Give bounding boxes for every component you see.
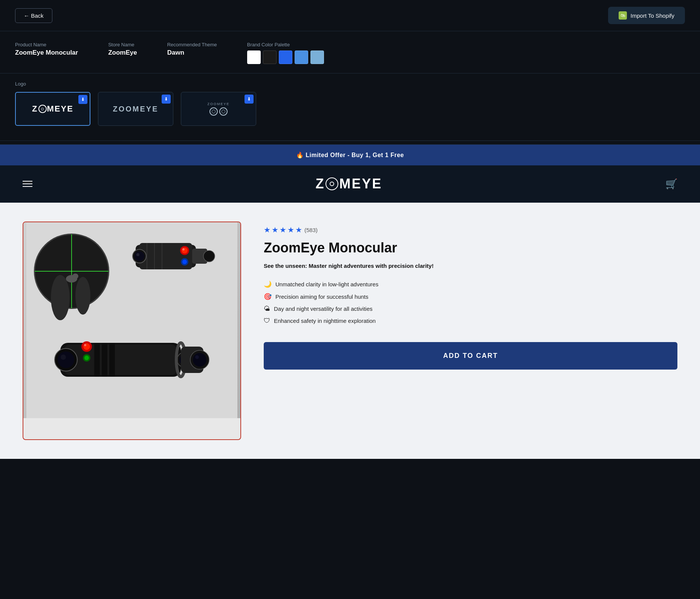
section-divider <box>0 137 700 145</box>
color-swatch-blue-light <box>310 50 324 64</box>
download-badge-2[interactable]: ⬇ <box>162 95 171 104</box>
download-badge-3[interactable]: ⬇ <box>245 95 254 104</box>
svg-point-6 <box>75 277 90 315</box>
svg-rect-25 <box>64 345 177 375</box>
svg-point-43 <box>195 355 199 359</box>
product-tagline: See the unseen: Master night adventures … <box>264 262 677 270</box>
svg-point-15 <box>182 248 188 254</box>
top-navigation: ← Back 🛍 Import To Shopify <box>0 0 700 31</box>
logo-icon-variant: ZOOMEYE <box>207 102 229 116</box>
svg-point-23 <box>203 251 215 262</box>
product-info: ★ ★ ★ ★ ★ (583) ZoomEye Monocular See th… <box>264 222 677 440</box>
review-count: (583) <box>304 227 318 233</box>
feature-2: 🎯 Precision aiming for successful hunts <box>264 290 677 303</box>
features-list: 🌙 Unmatched clarity in low-light adventu… <box>264 278 677 327</box>
logo-variant-icon[interactable]: ⬇ ZOOMEYE <box>181 92 256 126</box>
svg-point-5 <box>51 275 70 320</box>
color-swatch-black <box>263 50 277 64</box>
svg-point-31 <box>84 344 86 346</box>
hamburger-menu[interactable] <box>23 181 32 187</box>
offer-banner: 🔥 Limited Offer - Buy 1, Get 1 Free <box>0 145 700 165</box>
logo-text-dark: ZMEYE <box>32 104 73 114</box>
logo-variant-light[interactable]: ⬇ ZOOMEYE <box>98 92 173 126</box>
add-to-cart-button[interactable]: ADD TO CART <box>264 342 677 370</box>
color-swatch-blue-mid <box>295 50 308 64</box>
store-name-field: Store Name ZoomEye <box>108 42 137 57</box>
download-badge-1[interactable]: ⬇ <box>78 95 87 104</box>
logo-section: Logo ⬇ ZMEYE ⬇ ZOOMEYE ⬇ ZOOMEYE <box>0 73 700 137</box>
store-header: Z MEYE 🛒 <box>0 165 700 203</box>
color-swatch-white <box>247 50 261 64</box>
product-illustration <box>26 222 237 418</box>
svg-point-21 <box>136 253 139 256</box>
logo-label: Logo <box>15 81 685 87</box>
product-section: ★ ★ ★ ★ ★ (583) ZoomEye Monocular See th… <box>0 203 700 459</box>
color-palette <box>247 50 324 64</box>
svg-point-42 <box>193 353 206 367</box>
svg-point-18 <box>182 260 187 264</box>
back-button[interactable]: ← Back <box>15 8 52 23</box>
svg-rect-28 <box>109 343 115 377</box>
info-bar: Product Name ZoomEye Monocular Store Nam… <box>0 31 700 73</box>
svg-point-36 <box>61 355 66 360</box>
svg-point-8 <box>72 274 78 279</box>
color-swatch-blue-dark <box>279 50 292 64</box>
shopify-icon: 🛍 <box>619 11 627 20</box>
svg-point-20 <box>134 251 144 261</box>
cart-icon[interactable]: 🛒 <box>665 178 677 190</box>
logo-variants: ⬇ ZMEYE ⬇ ZOOMEYE ⬇ ZOOMEYE <box>15 92 685 126</box>
svg-point-35 <box>58 351 74 368</box>
svg-point-33 <box>84 356 89 360</box>
brand-color-field: Brand Color Palette <box>247 42 324 64</box>
product-title: ZoomEye Monocular <box>264 240 677 256</box>
feature-4: 🛡 Enhanced safety in nighttime explorati… <box>264 315 677 327</box>
feature-1: 🌙 Unmatched clarity in low-light adventu… <box>264 278 677 290</box>
svg-point-30 <box>83 343 90 350</box>
import-shopify-button[interactable]: 🛍 Import To Shopify <box>608 7 685 24</box>
store-logo: Z MEYE <box>315 176 382 192</box>
recommended-theme-field: Recommended Theme Dawn <box>167 42 217 57</box>
svg-rect-26 <box>94 343 100 377</box>
svg-rect-27 <box>102 343 107 377</box>
feature-3: 🌤 Day and night versatility for all acti… <box>264 303 677 315</box>
product-name-field: Product Name ZoomEye Monocular <box>15 42 78 57</box>
stars: ★ ★ ★ ★ ★ <box>264 225 302 234</box>
logo-text-light: ZOOMEYE <box>113 105 158 113</box>
svg-point-16 <box>182 248 185 251</box>
logo-variant-dark[interactable]: ⬇ ZMEYE <box>15 92 90 126</box>
product-image <box>23 222 240 418</box>
star-rating: ★ ★ ★ ★ ★ (583) <box>264 225 677 234</box>
product-image-container <box>23 222 241 440</box>
